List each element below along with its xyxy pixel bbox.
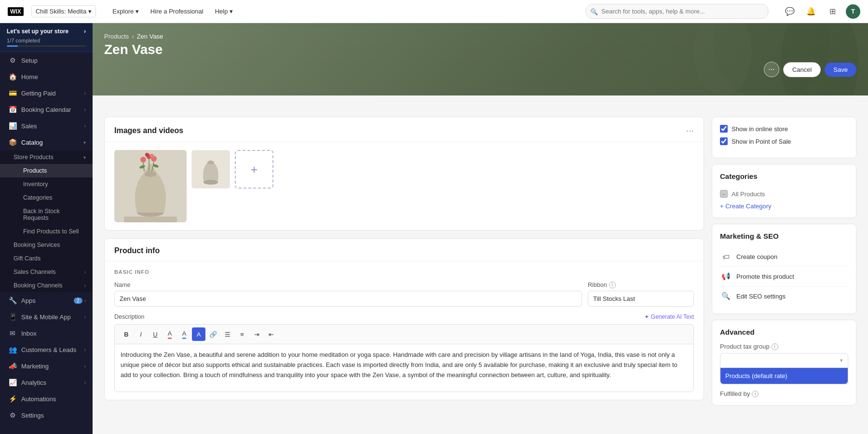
- sidebar-item-settings[interactable]: ⚙ Settings: [0, 407, 93, 423]
- site-selector[interactable]: Chill Skills: Medita ▾: [31, 5, 96, 17]
- ai-text-button[interactable]: A: [192, 327, 205, 341]
- sidebar-item-booking-calendar[interactable]: 📅 Booking Calendar ›: [0, 101, 93, 118]
- add-image-button[interactable]: ＋: [235, 150, 273, 189]
- product-info-card: Product info BASIC INFO Name Ribbon i: [104, 238, 704, 400]
- ribbon-info-icon[interactable]: i: [609, 282, 616, 288]
- catalog-icon: 📦: [8, 138, 17, 146]
- sidebar-item-products[interactable]: Products: [0, 164, 93, 177]
- indent-out-button[interactable]: ⇤: [264, 327, 278, 341]
- customers-icon: 👥: [8, 346, 17, 353]
- name-ribbon-row: Name Ribbon i: [114, 282, 694, 307]
- nav-explore[interactable]: Explore ▾: [108, 5, 144, 18]
- breadcrumb-current: Zen Vase: [137, 33, 163, 40]
- seo-icon: 🔍: [720, 290, 732, 302]
- apps-badge: 2: [74, 298, 82, 304]
- sidebar-item-find-products[interactable]: Find Products to Sell: [0, 225, 93, 238]
- secondary-product-image[interactable]: [191, 150, 230, 189]
- sidebar-item-getting-paid[interactable]: 💳 Getting Paid ›: [0, 85, 93, 101]
- tax-info-icon[interactable]: i: [772, 343, 778, 350]
- sidebar-item-gift-cards[interactable]: Gift Cards: [0, 252, 93, 265]
- edit-seo-item[interactable]: 🔍 Edit SEO settings: [720, 286, 848, 306]
- tax-input-field[interactable]: ▾: [720, 353, 848, 368]
- ribbon-input[interactable]: [588, 291, 694, 307]
- cancel-button[interactable]: Cancel: [783, 62, 821, 77]
- booking-services-label: Booking Services: [14, 242, 60, 248]
- tax-option-default[interactable]: Products (default rate): [720, 368, 848, 384]
- products-label: Products: [23, 167, 47, 174]
- name-input[interactable]: [114, 291, 582, 307]
- show-online-checkbox[interactable]: [720, 125, 728, 133]
- setup-banner[interactable]: Let's set up your store › 1/7 completed: [0, 23, 93, 52]
- editor-toolbar: B I U A A A 🔗 ☰ ≡: [114, 324, 694, 344]
- add-image-icon: ＋: [248, 162, 260, 177]
- site-selector-chevron: ▾: [88, 8, 92, 15]
- wix-wordmark: WIX: [8, 7, 24, 16]
- generate-ai-button[interactable]: ✦ Generate AI Text: [644, 313, 694, 320]
- all-products-category: – All Products: [720, 187, 848, 201]
- ordered-list-button[interactable]: ≡: [235, 327, 249, 341]
- store-products-arrow: ▾: [83, 155, 86, 160]
- sidebar-label-getting-paid: Getting Paid: [21, 90, 84, 97]
- sidebar-item-categories[interactable]: Categories: [0, 191, 93, 204]
- sidebar-item-inventory[interactable]: Inventory: [0, 177, 93, 191]
- sidebar-item-analytics[interactable]: 📈 Analytics ›: [0, 374, 93, 391]
- sidebar: Let's set up your store › 1/7 completed …: [0, 23, 93, 434]
- description-editor[interactable]: Introducing the Zen Vase, a beautiful an…: [114, 344, 694, 392]
- highlight-button[interactable]: A: [177, 327, 191, 341]
- getting-paid-icon: 💳: [8, 89, 17, 97]
- sidebar-item-sales-channels[interactable]: Sales Channels ›: [0, 265, 93, 279]
- sidebar-item-catalog[interactable]: 📦 Catalog ▾: [0, 134, 93, 150]
- fulfilled-by-info-icon[interactable]: i: [752, 391, 759, 397]
- sidebar-item-booking-services[interactable]: Booking Services: [0, 238, 93, 252]
- search-input[interactable]: [585, 4, 769, 19]
- images-menu-button[interactable]: ···: [686, 125, 694, 136]
- product-info-body: BASIC INFO Name Ribbon i: [105, 261, 704, 400]
- show-pos-checkbox[interactable]: [720, 137, 728, 145]
- avatar[interactable]: T: [846, 4, 860, 19]
- link-button[interactable]: 🔗: [206, 327, 220, 341]
- sidebar-item-setup[interactable]: ⚙ Setup: [0, 52, 93, 68]
- main-product-image[interactable]: [114, 150, 187, 222]
- sidebar-item-automations[interactable]: ⚡ Automations: [0, 391, 93, 407]
- nav-hire[interactable]: Hire a Professional: [146, 5, 208, 18]
- sidebar-item-marketing[interactable]: 📣 Marketing ›: [0, 358, 93, 374]
- create-category-link[interactable]: + Create Category: [720, 203, 848, 210]
- notifications-icon[interactable]: 🔔: [803, 4, 819, 19]
- all-products-checkbox[interactable]: –: [720, 190, 728, 198]
- italic-button[interactable]: I: [134, 327, 148, 341]
- nav-help[interactable]: Help ▾: [210, 5, 238, 18]
- sidebar-item-apps[interactable]: 🔧 Apps 2 ›: [0, 292, 93, 309]
- breadcrumb-products-link[interactable]: Products: [104, 33, 129, 40]
- bold-button[interactable]: B: [120, 327, 133, 341]
- main-content: Products › Zen Vase Zen Vase ··· Cancel …: [93, 23, 868, 434]
- more-options-button[interactable]: ···: [764, 62, 779, 77]
- sidebar-item-home[interactable]: 🏠 Home: [0, 68, 93, 85]
- promote-product-item[interactable]: 📢 Promote this product: [720, 267, 848, 286]
- sidebar-item-store-products[interactable]: Store Products ▾: [0, 150, 93, 164]
- dashboard-icon[interactable]: ⊞: [825, 4, 840, 19]
- font-color-button[interactable]: A: [163, 327, 176, 341]
- getting-paid-arrow: ›: [84, 91, 86, 96]
- underline-button[interactable]: U: [149, 327, 162, 341]
- store-products-label: Store Products: [14, 154, 54, 161]
- sidebar-item-back-in-stock[interactable]: Back in Stock Requests: [0, 204, 93, 225]
- create-coupon-item[interactable]: 🏷 Create coupon: [720, 247, 848, 267]
- description-label-row: Description ✦ Generate AI Text: [114, 313, 694, 320]
- unordered-list-button[interactable]: ☰: [221, 327, 234, 341]
- setup-arrow: ›: [84, 28, 86, 35]
- sidebar-item-inbox[interactable]: ✉ Inbox: [0, 325, 93, 341]
- sidebar-label-settings: Settings: [21, 412, 86, 419]
- show-online-label: Show in online store: [732, 125, 788, 133]
- sidebar-item-customers[interactable]: 👥 Customers & Leads ›: [0, 341, 93, 358]
- all-products-check-mark: –: [722, 191, 725, 197]
- svg-point-20: [203, 180, 218, 185]
- sidebar-item-booking-channels[interactable]: Booking Channels ›: [0, 279, 93, 292]
- indent-in-button[interactable]: ⇥: [250, 327, 263, 341]
- sidebar-item-site-mobile[interactable]: 📱 Site & Mobile App ›: [0, 309, 93, 325]
- sales-channels-arrow: ›: [84, 270, 86, 275]
- images-card-header: Images and videos ···: [105, 117, 704, 142]
- sidebar-label-automations: Automations: [21, 395, 86, 403]
- save-button[interactable]: Save: [825, 63, 856, 77]
- sidebar-item-sales[interactable]: 📊 Sales ›: [0, 118, 93, 134]
- messages-icon[interactable]: 💬: [782, 4, 798, 19]
